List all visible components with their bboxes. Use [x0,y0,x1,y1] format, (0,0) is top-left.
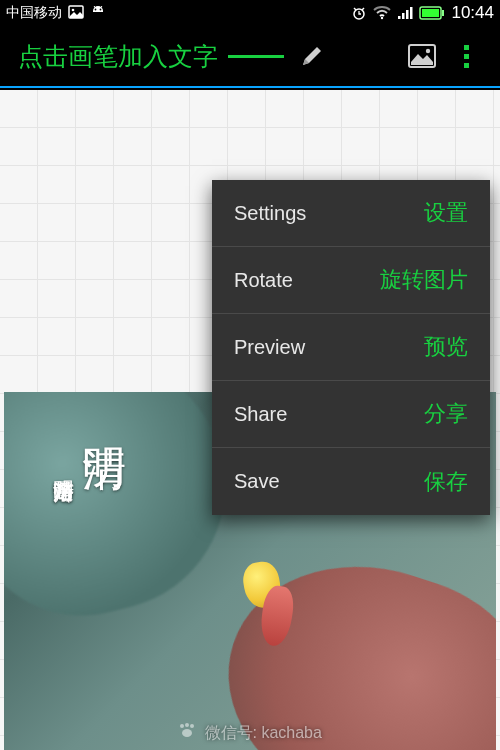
photo-flower [234,542,304,642]
svg-line-4 [94,6,96,8]
menu-item-rotate[interactable]: Rotate 旋转图片 [212,247,490,314]
watermark: 微信号: kachaba [0,722,500,744]
android-icon [90,5,106,22]
menu-label-cn: 设置 [424,198,468,228]
svg-rect-16 [442,10,444,16]
menu-item-share[interactable]: Share 分享 [212,381,490,448]
wifi-icon [373,6,391,20]
menu-label-cn: 预览 [424,332,468,362]
svg-rect-13 [410,7,413,19]
battery-icon [419,6,445,20]
svg-point-19 [180,724,184,728]
svg-point-2 [95,8,97,10]
alarm-icon [351,5,367,21]
menu-item-preview[interactable]: Preview 预览 [212,314,490,381]
svg-line-8 [362,8,364,10]
toolbar-line [228,55,284,58]
svg-point-1 [72,8,75,11]
clock-label: 10:44 [451,3,494,23]
svg-rect-11 [402,13,405,19]
svg-point-20 [185,723,189,727]
svg-point-21 [190,724,194,728]
status-right: 10:44 [351,3,494,23]
svg-point-9 [381,17,383,19]
editor-canvas[interactable]: 清明 是時洁齊明淨 微信号: kachaba Settings 设置 Rotat… [0,90,500,750]
paw-icon [178,722,196,742]
overflow-menu-icon[interactable] [444,34,488,78]
svg-rect-12 [406,10,409,19]
pencil-icon[interactable] [290,34,334,78]
menu-label-en: Settings [234,202,306,225]
signal-icon [397,6,413,20]
svg-rect-10 [398,16,401,19]
menu-label-cn: 分享 [424,399,468,429]
watermark-text: 微信号: kachaba [205,724,322,741]
svg-line-7 [354,8,356,10]
menu-label-cn: 保存 [424,467,468,497]
menu-label-en: Rotate [234,269,293,292]
image-icon[interactable] [400,34,444,78]
svg-point-18 [426,49,430,53]
menu-item-save[interactable]: Save 保存 [212,448,490,515]
svg-point-22 [182,729,192,737]
overflow-menu: Settings 设置 Rotate 旋转图片 Preview 预览 Share… [212,180,490,515]
menu-label-cn: 旋转图片 [380,265,468,295]
svg-rect-15 [422,9,439,17]
svg-point-3 [100,8,102,10]
screenshot-icon [68,5,84,22]
svg-line-5 [101,6,103,8]
menu-item-settings[interactable]: Settings 设置 [212,180,490,247]
toolbar-hint: 点击画笔加入文字 [18,40,218,73]
carrier-label: 中国移动 [6,4,62,22]
menu-label-en: Share [234,403,287,426]
status-bar: 中国移动 10:44 [0,0,500,26]
menu-label-en: Save [234,470,280,493]
status-left: 中国移动 [6,4,106,22]
menu-label-en: Preview [234,336,305,359]
toolbar: 点击画笔加入文字 [0,26,500,88]
